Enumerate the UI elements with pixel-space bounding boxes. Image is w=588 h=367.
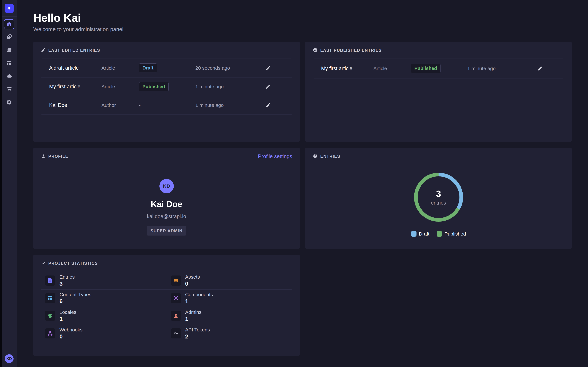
stat-value: 0 [60,333,82,340]
entry-type: Article [373,66,411,71]
stat-label: Webhooks [60,327,82,333]
page-title: Hello Kai [33,12,572,24]
last-edited-entries-panel: LAST EDITED ENTRIES A draft article Arti… [33,42,300,142]
entries-donut-chart: 3 entries [412,171,465,223]
last-published-entries-header: LAST PUBLISHED ENTRIES [313,47,564,54]
sidebar-item-settings[interactable] [2,96,17,109]
stat-value: 6 [60,298,91,305]
donut-total-label: entries [431,200,446,206]
stat-admins: Admins 1 [167,307,292,325]
draft-color-chip [411,231,416,237]
feather-icon [6,34,12,40]
cart-icon [6,86,12,93]
panel-title: PROJECT STATISTICS [48,261,98,266]
stat-label: API Tokens [185,327,210,333]
status-badge: - [139,103,141,108]
pencil-icon [41,48,46,53]
donut-total-value: 3 [436,188,441,199]
stat-label: Entries [60,274,75,280]
last-edited-entries-table: A draft article Article Draft 20 seconds… [41,58,292,115]
entry-time: 1 minute ago [195,84,266,89]
stat-value: 0 [185,280,200,287]
check-circle-icon [313,48,318,53]
components-icon [171,293,181,303]
profile-body: KD Kai Doe kai.doe@strapi.io SUPER ADMIN [41,160,292,235]
entry-title: A draft article [49,65,101,71]
panel-title: LAST PUBLISHED ENTRIES [320,48,382,53]
panel-title: ENTRIES [320,154,340,159]
sidebar-item-cloud[interactable] [2,70,17,83]
cloud-icon [6,73,12,80]
stat-label: Locales [60,309,76,315]
home-icon [7,21,12,27]
sidebar-user-avatar[interactable]: KD [5,354,14,363]
edit-entry-button[interactable] [266,65,271,71]
assets-icon [171,275,181,286]
role-badge: SUPER ADMIN [147,226,186,235]
sidebar-footer: KD [2,350,17,367]
legend-item-published: Published [437,231,466,237]
stat-label: Components [185,292,213,297]
profile-settings-link[interactable]: Profile settings [258,153,292,159]
table-row: My first article Article Published 1 min… [41,77,292,96]
person-icon [41,154,46,159]
edit-entry-button[interactable] [266,84,271,89]
locales-icon [45,311,55,321]
layout-icon [6,60,12,67]
sidebar-item-marketplace[interactable] [2,83,17,96]
stat-locales: Locales 1 [41,307,167,325]
main-content: Hello Kai Welcome to your administration… [17,0,588,356]
project-statistics-header: PROJECT STATISTICS [41,260,292,267]
profile-email: kai.doe@strapi.io [147,214,186,219]
stat-value: 3 [60,280,75,287]
entry-type: Author [101,102,139,108]
images-icon [6,47,12,53]
webhooks-icon [45,328,55,338]
legend-label: Draft [419,231,429,237]
profile-header: PROFILE Profile settings [41,153,292,160]
project-statistics-panel: PROJECT STATISTICS Entries 3 [33,255,300,356]
stat-label: Admins [185,309,202,315]
profile-header-left: PROFILE [41,154,68,159]
stat-api-tokens: API Tokens 2 [167,325,292,342]
panel-title: LAST EDITED ENTRIES [48,48,100,53]
published-color-chip [437,231,442,237]
entries-header: ENTRIES [313,153,564,160]
strapi-logo-icon [6,5,12,11]
status-badge: Published [411,64,441,73]
stat-assets: Assets 0 [167,272,292,289]
sidebar-nav [2,17,17,109]
page-subtitle: Welcome to your administration panel [33,26,572,33]
stat-value: 2 [185,333,210,340]
sidebar-item-content-manager[interactable] [2,31,17,44]
edit-pencil-icon [266,106,271,108]
sidebar-item-home[interactable] [4,19,14,29]
entry-time: 1 minute ago [467,66,537,71]
page-header: Hello Kai Welcome to your administration… [33,12,572,33]
project-statistics-grid: Entries 3 Assets 0 [41,272,292,342]
entries-icon [45,275,55,286]
table-row: My first article Article Published 1 min… [313,59,564,78]
strapi-admin-app: KD Hello Kai Welcome to your administrat… [0,0,588,367]
strapi-logo[interactable] [5,4,14,13]
status-badge: Published [139,82,169,91]
trending-up-icon [41,261,46,266]
stat-value: 1 [185,316,202,322]
legend-item-draft: Draft [411,231,429,237]
sidebar-item-content-type-builder[interactable] [2,57,17,70]
edit-entry-button[interactable] [537,66,543,71]
edit-entry-button[interactable] [266,103,271,108]
entry-title: My first article [321,66,373,71]
edit-pencil-icon [537,69,543,72]
entry-title: Kai Doe [49,102,101,108]
gear-icon [6,99,12,106]
entry-time: 1 minute ago [195,102,266,108]
sidebar-item-media-library[interactable] [2,44,17,57]
stat-value: 1 [185,298,213,305]
sidebar: KD [2,0,17,367]
stat-content-types: Content-Types 6 [41,289,167,307]
stat-label: Assets [185,274,200,280]
legend-label: Published [444,231,466,237]
stat-value: 1 [60,316,76,322]
avatar: KD [159,179,174,193]
